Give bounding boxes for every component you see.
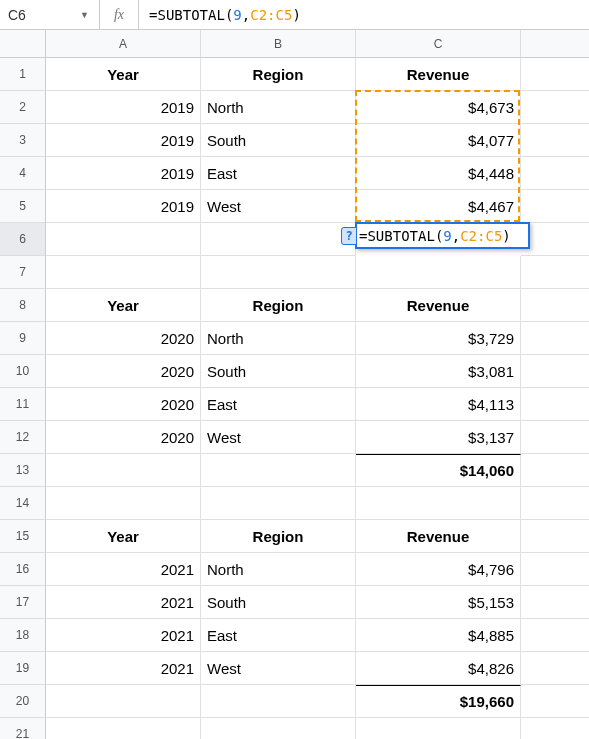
- cell[interactable]: $14,060: [356, 454, 521, 487]
- cell[interactable]: 2020: [46, 388, 201, 421]
- cell[interactable]: [521, 322, 589, 355]
- name-box-dropdown-icon[interactable]: ▼: [80, 0, 100, 29]
- cell[interactable]: [201, 256, 356, 289]
- cell[interactable]: [521, 421, 589, 454]
- column-header-b[interactable]: B: [201, 30, 356, 58]
- cell[interactable]: $3,081: [356, 355, 521, 388]
- select-all-corner[interactable]: [0, 30, 46, 58]
- cell[interactable]: [521, 58, 589, 91]
- cell[interactable]: Region: [201, 289, 356, 322]
- cell[interactable]: South: [201, 586, 356, 619]
- cell[interactable]: [521, 388, 589, 421]
- column-header-extra[interactable]: [521, 30, 589, 58]
- name-box[interactable]: C6: [0, 7, 80, 23]
- cell[interactable]: [521, 553, 589, 586]
- row-header-13[interactable]: 13: [0, 454, 46, 487]
- cell[interactable]: Revenue: [356, 520, 521, 553]
- cell[interactable]: [201, 454, 356, 487]
- cell[interactable]: [46, 718, 201, 739]
- cell[interactable]: 2019: [46, 157, 201, 190]
- cell[interactable]: North: [201, 91, 356, 124]
- cell[interactable]: Revenue: [356, 58, 521, 91]
- cell[interactable]: [356, 256, 521, 289]
- cell[interactable]: $3,729: [356, 322, 521, 355]
- row-header-19[interactable]: 19: [0, 652, 46, 685]
- cell[interactable]: West: [201, 421, 356, 454]
- cell[interactable]: [46, 256, 201, 289]
- row-header-3[interactable]: 3: [0, 124, 46, 157]
- cell[interactable]: 2021: [46, 586, 201, 619]
- cell[interactable]: 2020: [46, 355, 201, 388]
- cell[interactable]: 2021: [46, 652, 201, 685]
- cell[interactable]: East: [201, 619, 356, 652]
- row-header-6[interactable]: 6: [0, 223, 46, 256]
- fx-icon[interactable]: fx: [100, 0, 139, 29]
- cell[interactable]: [356, 718, 521, 739]
- row-header-14[interactable]: 14: [0, 487, 46, 520]
- row-header-8[interactable]: 8: [0, 289, 46, 322]
- active-cell-editor[interactable]: ?=SUBTOTAL(9,C2:C5): [355, 222, 530, 249]
- column-header-c[interactable]: C: [356, 30, 521, 58]
- cell[interactable]: 2021: [46, 553, 201, 586]
- row-header-17[interactable]: 17: [0, 586, 46, 619]
- cell[interactable]: 2019: [46, 190, 201, 223]
- cell[interactable]: 2021: [46, 619, 201, 652]
- cell[interactable]: Region: [201, 520, 356, 553]
- row-header-12[interactable]: 12: [0, 421, 46, 454]
- formula-input[interactable]: =SUBTOTAL(9,C2:C5): [139, 7, 589, 23]
- cell[interactable]: North: [201, 553, 356, 586]
- row-header-11[interactable]: 11: [0, 388, 46, 421]
- column-header-a[interactable]: A: [46, 30, 201, 58]
- row-header-4[interactable]: 4: [0, 157, 46, 190]
- row-header-16[interactable]: 16: [0, 553, 46, 586]
- cell[interactable]: Region: [201, 58, 356, 91]
- cell[interactable]: [46, 685, 201, 718]
- cell[interactable]: [521, 190, 589, 223]
- row-header-18[interactable]: 18: [0, 619, 46, 652]
- cell[interactable]: $4,113: [356, 388, 521, 421]
- cell[interactable]: North: [201, 322, 356, 355]
- cell[interactable]: [521, 355, 589, 388]
- cell[interactable]: [521, 157, 589, 190]
- cell[interactable]: [521, 91, 589, 124]
- cell[interactable]: [521, 520, 589, 553]
- cell[interactable]: South: [201, 124, 356, 157]
- cell[interactable]: $19,660: [356, 685, 521, 718]
- cell[interactable]: [521, 289, 589, 322]
- row-header-21[interactable]: 21: [0, 718, 46, 739]
- row-header-2[interactable]: 2: [0, 91, 46, 124]
- cell[interactable]: [521, 652, 589, 685]
- cell[interactable]: 2020: [46, 421, 201, 454]
- cell[interactable]: [521, 487, 589, 520]
- cell[interactable]: 2019: [46, 124, 201, 157]
- cell[interactable]: [201, 685, 356, 718]
- cell[interactable]: [46, 487, 201, 520]
- cell[interactable]: West: [201, 652, 356, 685]
- cell[interactable]: $5,153: [356, 586, 521, 619]
- cell[interactable]: [521, 124, 589, 157]
- cell[interactable]: [356, 487, 521, 520]
- cell[interactable]: Year: [46, 520, 201, 553]
- cell[interactable]: East: [201, 157, 356, 190]
- cell[interactable]: East: [201, 388, 356, 421]
- cell[interactable]: Year: [46, 58, 201, 91]
- cell[interactable]: [521, 256, 589, 289]
- row-header-15[interactable]: 15: [0, 520, 46, 553]
- cell[interactable]: $4,796: [356, 553, 521, 586]
- cell[interactable]: West: [201, 190, 356, 223]
- cell[interactable]: [46, 454, 201, 487]
- cell[interactable]: [521, 619, 589, 652]
- cell[interactable]: [521, 718, 589, 739]
- row-header-1[interactable]: 1: [0, 58, 46, 91]
- cell[interactable]: Year: [46, 289, 201, 322]
- row-header-9[interactable]: 9: [0, 322, 46, 355]
- cell[interactable]: $4,673: [356, 91, 521, 124]
- cell[interactable]: 2019: [46, 91, 201, 124]
- cell[interactable]: Revenue: [356, 289, 521, 322]
- cell[interactable]: [46, 223, 201, 256]
- cell[interactable]: [201, 718, 356, 739]
- cell[interactable]: [521, 586, 589, 619]
- cell[interactable]: $4,077: [356, 124, 521, 157]
- row-header-10[interactable]: 10: [0, 355, 46, 388]
- row-header-5[interactable]: 5: [0, 190, 46, 223]
